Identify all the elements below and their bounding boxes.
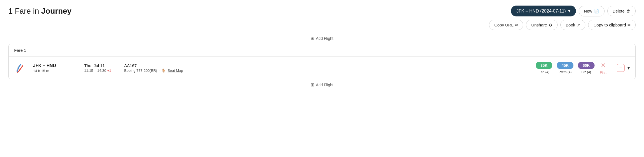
flight-date-label: Thu, Jul 11 — [84, 63, 118, 68]
flight-duration: 14 h 15 m — [33, 69, 78, 73]
unshare-icon: ⚙ — [549, 23, 552, 27]
trash-icon: 🗑 — [626, 9, 630, 13]
airline-logo — [14, 62, 26, 74]
card-header: Fare 1 — [9, 44, 635, 57]
add-flight-bottom-icon: ⊞ — [311, 82, 314, 87]
flight-number: AA167 — [124, 63, 529, 68]
expand-flight-button[interactable]: ▾ — [627, 65, 630, 71]
flight-details: AA167 Boeing 777-200(ER) · 🪑 Seat Map — [124, 63, 529, 73]
chevron-down-icon: ▾ — [627, 65, 630, 71]
eco-label: Eco (4) — [539, 70, 550, 74]
biz-badge[interactable]: 60K — [578, 62, 595, 69]
flight-info: JFK – HND 14 h 15 m — [33, 63, 78, 73]
page-title: 1 Fare in Journey — [8, 7, 71, 16]
first-label: First — [600, 71, 606, 75]
fare-prem[interactable]: 45K Prem (4) — [557, 62, 573, 74]
fare-eco[interactable]: 35K Eco (4) — [536, 62, 552, 74]
flight-time-range: 11:15 – 14:30 +1 — [84, 68, 118, 73]
add-flight-top[interactable]: ⊞ Add Flight — [8, 36, 636, 41]
add-flight-bottom[interactable]: ⊞ Add Flight — [8, 82, 636, 87]
delete-button[interactable]: Delete 🗑 — [607, 6, 636, 16]
first-unavailable-icon: ✕ — [599, 61, 607, 70]
fare-classes: 35K Eco (4) 45K Prem (4) 60K Biz (4) ✕ F… — [536, 61, 607, 75]
flight-date: Thu, Jul 11 11:15 – 14:30 +1 — [84, 63, 118, 73]
clipboard-icon: ⧉ — [628, 23, 630, 27]
prem-badge[interactable]: 45K — [557, 62, 573, 69]
unshare-button[interactable]: Unshare ⚙ — [526, 20, 558, 30]
add-flight-icon: ⊞ — [311, 36, 314, 41]
external-link-icon: ↗ — [577, 23, 580, 27]
copy-url-icon: ⧉ — [515, 23, 518, 27]
route-selector-button[interactable]: JFK – HND (2024-07-11) ▾ — [511, 6, 576, 16]
new-button[interactable]: New 📄 — [579, 6, 605, 16]
fare-biz[interactable]: 60K Biz (4) — [578, 62, 595, 74]
seat-icon: 🪑 — [161, 68, 166, 73]
copy-clipboard-button[interactable]: Copy to clipboard ⧉ — [588, 20, 636, 30]
remove-flight-button[interactable]: − — [617, 64, 625, 72]
eco-badge[interactable]: 35K — [536, 62, 552, 69]
row-actions: − ▾ — [617, 64, 630, 72]
aircraft-info: Boeing 777-200(ER) · 🪑 Seat Map — [124, 68, 529, 73]
fare-card: Fare 1 JFK – HND 14 h 15 m Thu, Jul 11 1… — [8, 44, 636, 79]
copy-url-button[interactable]: Copy URL ⧉ — [489, 20, 523, 30]
prem-label: Prem (4) — [559, 70, 572, 74]
top-bar: 1 Fare in Journey JFK – HND (2024-07-11)… — [8, 6, 636, 16]
book-button[interactable]: Book ↗ — [560, 20, 585, 30]
action-bar: Copy URL ⧉ Unshare ⚙ Book ↗ Copy to clip… — [8, 20, 636, 30]
biz-label: Biz (4) — [581, 70, 591, 74]
fare-first: ✕ First — [599, 61, 607, 75]
new-doc-icon: 📄 — [594, 9, 599, 14]
seat-map-link[interactable]: Seat Map — [168, 68, 183, 73]
flight-route: JFK – HND — [33, 63, 78, 68]
plus-day: +1 — [107, 69, 111, 73]
top-right-controls: JFK – HND (2024-07-11) ▾ New 📄 Delete 🗑 — [511, 6, 636, 16]
flight-row: JFK – HND 14 h 15 m Thu, Jul 11 11:15 – … — [9, 57, 635, 79]
